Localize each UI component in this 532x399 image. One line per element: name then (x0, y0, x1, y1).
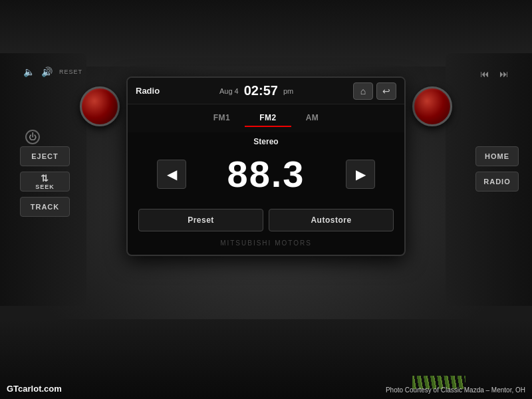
tab-fm2[interactable]: FM2 (245, 110, 291, 127)
screen-nav-buttons: ⌂ ↩ (353, 82, 396, 100)
home-button[interactable]: HOME (475, 146, 519, 166)
autostore-button[interactable]: Autostore (269, 209, 394, 231)
skip-row-right: ⏮ ⏭ (480, 68, 509, 79)
icon-row-left: 🔈 🔊 RESET (23, 66, 82, 77)
preset-button[interactable]: Preset (138, 209, 263, 231)
skip-back-icon[interactable]: ⏮ (480, 68, 489, 79)
photo-credit: Photo Courtesy of Classic Mazda – Mentor… (386, 386, 525, 394)
freq-up-button[interactable]: ▶ (346, 160, 375, 189)
seek-button[interactable]: ⇅ SEEK (20, 172, 70, 192)
date-display: Aug 4 (219, 87, 239, 95)
right-control-buttons: HOME RADIO (475, 146, 519, 192)
power-button[interactable]: ⏻ (25, 130, 40, 144)
frequency-row: ◀ 88.3 ▶ (128, 147, 404, 201)
back-screen-button[interactable]: ↩ (376, 82, 396, 100)
skip-forward-icon[interactable]: ⏭ (499, 68, 509, 79)
tab-fm1[interactable]: FM1 (199, 110, 245, 127)
time-section: Aug 4 02:57 pm (219, 83, 293, 98)
head-unit-screen: Radio Aug 4 02:57 pm ⌂ ↩ FM1 FM2 AM Ster… (126, 76, 406, 256)
tab-am[interactable]: AM (291, 110, 334, 127)
stereo-indicator: Stereo (253, 137, 278, 146)
time-display: 02:57 (244, 83, 278, 98)
ampm-display: pm (283, 87, 293, 95)
brand-logo: MITSUBISHI MOTORS (220, 239, 312, 247)
eject-button[interactable]: EJECT (20, 146, 70, 166)
watermark: GTcarlot.com (7, 384, 62, 394)
track-button[interactable]: TRACK (20, 197, 70, 217)
screen-topbar: Radio Aug 4 02:57 pm ⌂ ↩ (128, 78, 404, 104)
screen-action-buttons: Preset Autostore (128, 203, 404, 237)
frequency-display: 88.3 (200, 152, 332, 196)
reset-label: RESET (59, 68, 82, 75)
home-screen-button[interactable]: ⌂ (353, 82, 373, 100)
volume-down-icon[interactable]: 🔈 (23, 66, 35, 77)
volume-knob-left[interactable] (80, 86, 120, 126)
radio-button[interactable]: RADIO (475, 172, 519, 192)
stereo-row: Stereo (128, 132, 404, 147)
freq-down-button[interactable]: ◀ (157, 160, 186, 189)
source-label: Radio (136, 86, 160, 96)
band-tabs: FM1 FM2 AM (128, 104, 404, 132)
volume-knob-right[interactable] (412, 86, 452, 126)
volume-up-icon[interactable]: 🔊 (41, 66, 53, 77)
left-control-buttons: EJECT ⇅ SEEK TRACK (20, 146, 70, 217)
